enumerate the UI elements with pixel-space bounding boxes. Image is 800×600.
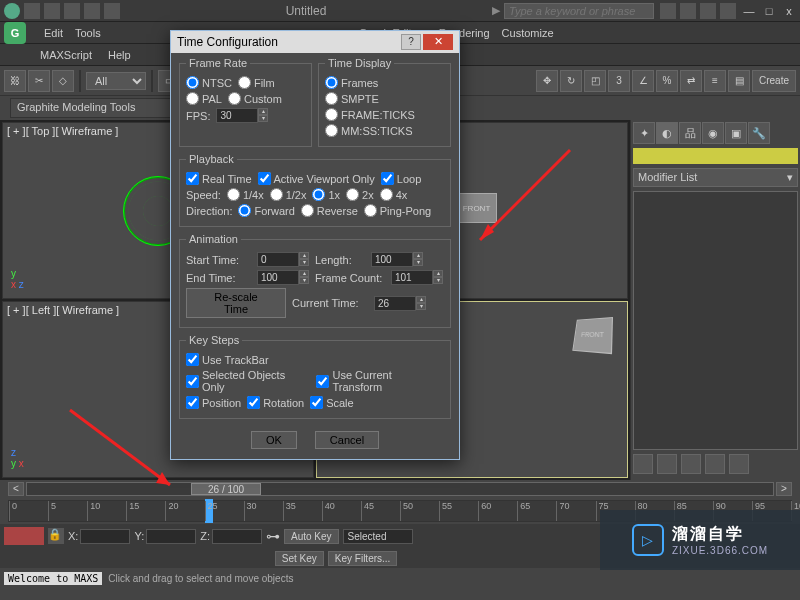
align-icon[interactable]: ≡: [704, 70, 726, 92]
autokey-button[interactable]: Auto Key: [284, 529, 339, 544]
modifier-stack[interactable]: [633, 191, 798, 450]
activeviewport-check[interactable]: Active Viewport Only: [258, 172, 375, 185]
setkey-button[interactable]: Set Key: [275, 551, 324, 566]
minimize-button[interactable]: —: [742, 4, 756, 18]
create-tab-icon[interactable]: ✦: [633, 122, 655, 144]
y-input[interactable]: [146, 529, 196, 544]
key-mode-dropdown[interactable]: Selected: [343, 529, 413, 544]
smpte-radio[interactable]: SMPTE: [325, 92, 379, 105]
link-icon[interactable]: ⛓: [4, 70, 26, 92]
save-icon[interactable]: [64, 3, 80, 19]
move-icon[interactable]: ✥: [536, 70, 558, 92]
selection-lock-none[interactable]: [4, 527, 44, 545]
app-logo[interactable]: G: [4, 22, 26, 44]
rescale-time-button[interactable]: Re-scale Time: [186, 288, 286, 318]
hierarchy-tab-icon[interactable]: 品: [679, 122, 701, 144]
pal-radio[interactable]: PAL: [186, 92, 222, 105]
time-slider-next[interactable]: >: [776, 482, 792, 496]
speed-4x[interactable]: 4x: [380, 188, 408, 201]
ok-button[interactable]: OK: [251, 431, 297, 449]
speed-12x[interactable]: 1/2x: [270, 188, 307, 201]
menu-help[interactable]: Help: [108, 49, 131, 61]
config-icon[interactable]: [680, 3, 696, 19]
end-time-spinner[interactable]: ▴▾: [257, 270, 309, 285]
configure-sets-icon[interactable]: [729, 454, 749, 474]
modifier-list-dropdown[interactable]: Modifier List ▾: [633, 168, 798, 187]
unique-icon[interactable]: [681, 454, 701, 474]
new-icon[interactable]: [24, 3, 40, 19]
unlink-icon[interactable]: ✂: [28, 70, 50, 92]
dir-pingpong[interactable]: Ping-Pong: [364, 204, 431, 217]
rotation-check[interactable]: Rotation: [247, 396, 304, 409]
redo-icon[interactable]: [104, 3, 120, 19]
display-tab-icon[interactable]: ▣: [725, 122, 747, 144]
selected-only-check[interactable]: Selected Objects Only: [186, 369, 310, 393]
speed-2x[interactable]: 2x: [346, 188, 374, 201]
viewcube[interactable]: FRONT: [572, 317, 613, 354]
frames-radio[interactable]: Frames: [325, 76, 378, 89]
favorites-icon[interactable]: [700, 3, 716, 19]
dialog-titlebar[interactable]: Time Configuration ? ✕: [171, 31, 459, 53]
search-icon[interactable]: [660, 3, 676, 19]
utilities-tab-icon[interactable]: 🔧: [748, 122, 770, 144]
restore-button[interactable]: □: [762, 4, 776, 18]
realtime-check[interactable]: Real Time: [186, 172, 252, 185]
time-slider-thumb[interactable]: 26 / 100: [191, 483, 261, 495]
menu-customize[interactable]: Customize: [502, 27, 554, 39]
dialog-help-button[interactable]: ?: [401, 34, 421, 50]
keyfilters-button[interactable]: Key Filters...: [328, 551, 398, 566]
mirror-icon[interactable]: ⇄: [680, 70, 702, 92]
object-name-field[interactable]: [633, 148, 798, 164]
modify-tab-icon[interactable]: ◐: [656, 122, 678, 144]
position-check[interactable]: Position: [186, 396, 241, 409]
x-input[interactable]: [80, 529, 130, 544]
key-icon[interactable]: ⊶: [266, 528, 280, 544]
menu-edit[interactable]: Edit: [44, 27, 63, 39]
time-slider-track[interactable]: 26 / 100: [26, 482, 774, 496]
bind-icon[interactable]: ◇: [52, 70, 74, 92]
dir-forward[interactable]: Forward: [238, 204, 294, 217]
frameticks-radio[interactable]: FRAME:TICKS: [325, 108, 415, 121]
fps-spinner[interactable]: ▴▾: [216, 108, 268, 123]
current-time-spinner[interactable]: ▴▾: [374, 296, 426, 311]
ntsc-radio[interactable]: NTSC: [186, 76, 232, 89]
percent-snap-icon[interactable]: %: [656, 70, 678, 92]
loop-check[interactable]: Loop: [381, 172, 421, 185]
remove-mod-icon[interactable]: [705, 454, 725, 474]
rotate-icon[interactable]: ↻: [560, 70, 582, 92]
create-button[interactable]: Create: [752, 70, 796, 92]
use-trackbar-check[interactable]: Use TrackBar: [186, 353, 269, 366]
start-time-spinner[interactable]: ▴▾: [257, 252, 309, 267]
time-slider-prev[interactable]: <: [8, 482, 24, 496]
menu-maxscript[interactable]: MAXScript: [40, 49, 92, 61]
speed-1x[interactable]: 1x: [312, 188, 340, 201]
menu-tools[interactable]: Tools: [75, 27, 101, 39]
lock-icon[interactable]: 🔒: [48, 528, 64, 544]
scale-icon[interactable]: ◰: [584, 70, 606, 92]
snap-icon[interactable]: 3: [608, 70, 630, 92]
selection-filter[interactable]: All: [86, 72, 146, 90]
angle-snap-icon[interactable]: ∠: [632, 70, 654, 92]
open-icon[interactable]: [44, 3, 60, 19]
film-radio[interactable]: Film: [238, 76, 275, 89]
z-input[interactable]: [212, 529, 262, 544]
pin-stack-icon[interactable]: [633, 454, 653, 474]
show-result-icon[interactable]: [657, 454, 677, 474]
cancel-button[interactable]: Cancel: [315, 431, 379, 449]
close-button[interactable]: x: [782, 4, 796, 18]
motion-tab-icon[interactable]: ◉: [702, 122, 724, 144]
speed-14x[interactable]: 1/4x: [227, 188, 264, 201]
length-spinner[interactable]: ▴▾: [371, 252, 423, 267]
tick-10: 10: [87, 501, 100, 521]
mmssticks-radio[interactable]: MM:SS:TICKS: [325, 124, 413, 137]
framecount-spinner[interactable]: ▴▾: [391, 270, 443, 285]
custom-radio[interactable]: Custom: [228, 92, 282, 105]
dialog-close-button[interactable]: ✕: [423, 34, 453, 50]
use-current-transform-check[interactable]: Use Current Transform: [316, 369, 444, 393]
help-search-input[interactable]: [504, 3, 654, 19]
dir-reverse[interactable]: Reverse: [301, 204, 358, 217]
scale-check[interactable]: Scale: [310, 396, 354, 409]
undo-icon[interactable]: [84, 3, 100, 19]
help-icon[interactable]: [720, 3, 736, 19]
layers-icon[interactable]: ▤: [728, 70, 750, 92]
